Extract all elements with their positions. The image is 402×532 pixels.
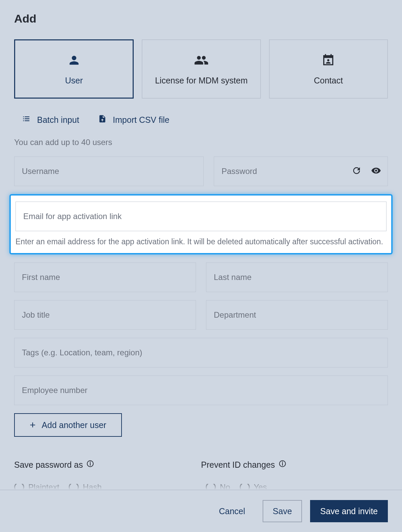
plus-icon: + [30, 419, 36, 431]
last-name-input[interactable] [206, 262, 388, 292]
email-input[interactable] [15, 202, 387, 231]
first-name-input[interactable] [14, 262, 196, 292]
email-highlight-block: Enter an email address for the app activ… [9, 194, 393, 254]
add-another-label: Add another user [42, 420, 106, 430]
employee-number-input[interactable] [14, 376, 388, 405]
save-and-invite-button[interactable]: Save and invite [310, 500, 388, 522]
group-icon [194, 53, 209, 68]
username-input[interactable] [14, 156, 204, 186]
save-password-heading: Save password as [14, 460, 201, 470]
refresh-icon[interactable] [351, 166, 362, 177]
tab-contact-label: Contact [314, 76, 343, 85]
import-csv-button[interactable]: Import CSV file [98, 114, 169, 125]
user-limit-hint: You can add up to 40 users [14, 138, 388, 147]
batch-input-button[interactable]: Batch input [22, 114, 79, 126]
job-title-input[interactable] [14, 300, 196, 330]
tags-input[interactable] [14, 338, 388, 367]
tab-license-label: License for MDM system [155, 76, 247, 85]
save-button[interactable]: Save [263, 500, 302, 522]
batch-input-label: Batch input [37, 115, 79, 125]
cancel-button[interactable]: Cancel [209, 500, 255, 522]
tab-license[interactable]: License for MDM system [142, 39, 261, 99]
footer-bar: Cancel Save Save and invite [0, 490, 402, 532]
tab-user-label: User [65, 76, 83, 85]
prevent-id-heading: Prevent ID changes [201, 460, 388, 470]
email-description: Enter an email address for the app activ… [15, 237, 387, 247]
add-another-user-button[interactable]: + Add another user [14, 413, 122, 437]
contact-icon [321, 53, 336, 68]
info-icon[interactable] [278, 460, 287, 470]
type-tabs: User License for MDM system Contact [14, 39, 388, 99]
department-input[interactable] [206, 300, 388, 330]
user-icon [67, 53, 81, 68]
svg-point-2 [90, 462, 91, 462]
svg-point-5 [282, 462, 282, 462]
list-icon [22, 114, 31, 126]
info-icon[interactable] [86, 460, 94, 470]
import-csv-label: Import CSV file [113, 115, 169, 125]
file-upload-icon [98, 114, 107, 125]
tab-user[interactable]: User [14, 39, 134, 99]
tab-contact[interactable]: Contact [269, 39, 388, 99]
eye-icon[interactable] [371, 166, 381, 177]
page-title: Add [14, 12, 388, 25]
